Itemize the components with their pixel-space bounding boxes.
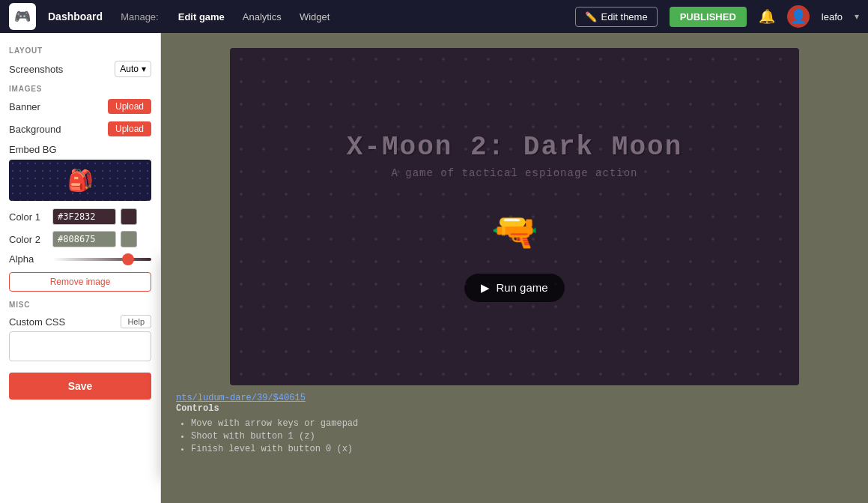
game-content-area: X-Moon 2: Dark Moon A game of tactical e… bbox=[347, 132, 682, 302]
custom-css-row: Custom CSS Help bbox=[9, 315, 151, 328]
header: 🎮 Dashboard Manage: Edit game Analytics … bbox=[0, 0, 868, 33]
background-row: Background Upload bbox=[9, 121, 151, 136]
color1-input[interactable] bbox=[52, 208, 116, 225]
controls-list: Move with arrow keys or gamepad Shoot wi… bbox=[176, 418, 853, 454]
user-menu-chevron-icon[interactable]: ▾ bbox=[855, 11, 859, 22]
avatar-image: 👤 bbox=[790, 8, 807, 25]
game-sprite: 🔫 bbox=[477, 202, 552, 262]
images-section-label: IMAGES bbox=[9, 85, 151, 93]
alpha-row: Alpha bbox=[9, 253, 151, 265]
main-content: X-Moon 2: Dark Moon A game of tactical e… bbox=[161, 33, 868, 503]
logo[interactable]: 🎮 bbox=[9, 3, 36, 30]
controls-label: Controls bbox=[176, 403, 853, 414]
color2-label: Color 2 bbox=[9, 234, 48, 245]
notification-bell-icon[interactable]: 🔔 bbox=[759, 8, 775, 25]
screenshots-row: Screenshots Auto ▾ bbox=[9, 61, 151, 77]
layout-section-label: LAYOUT bbox=[9, 46, 151, 55]
color1-swatch[interactable] bbox=[121, 208, 137, 225]
nav-widget[interactable]: Widget bbox=[292, 8, 337, 25]
color1-row: Color 1 bbox=[9, 208, 151, 225]
control-item-2: Finish level with button 0 (x) bbox=[191, 444, 853, 454]
below-game-area: nts/ludum-dare/39/$40615 Controls Move w… bbox=[161, 385, 868, 464]
screenshots-value: Auto bbox=[120, 64, 139, 74]
avatar[interactable]: 👤 bbox=[787, 5, 810, 28]
logo-icon: 🎮 bbox=[14, 8, 31, 25]
game-link[interactable]: nts/ludum-dare/39/$40615 bbox=[176, 393, 306, 403]
color2-swatch[interactable] bbox=[121, 231, 137, 247]
alpha-label: Alpha bbox=[9, 253, 48, 265]
game-subtitle: A game of tactical espionage action bbox=[391, 167, 637, 179]
dashboard-link[interactable]: Dashboard bbox=[48, 10, 103, 22]
main-nav: Edit game Analytics Widget bbox=[171, 8, 338, 25]
username-label[interactable]: leafo bbox=[822, 11, 843, 22]
sidebar: LAYOUT Screenshots Auto ▾ IMAGES Banner … bbox=[0, 33, 161, 503]
banner-row: Banner Upload bbox=[9, 99, 151, 114]
color2-input[interactable] bbox=[52, 231, 116, 247]
misc-section-label: MISC bbox=[9, 301, 151, 309]
nav-analytics[interactable]: Analytics bbox=[235, 8, 289, 25]
save-button[interactable]: Save bbox=[9, 373, 151, 400]
screenshots-label: Screenshots bbox=[9, 64, 63, 75]
run-game-icon: ▶ bbox=[481, 281, 490, 295]
remove-image-button[interactable]: Remove image bbox=[9, 272, 151, 292]
edit-theme-button[interactable]: ✏️ Edit theme bbox=[575, 7, 658, 27]
custom-css-textarea[interactable] bbox=[9, 331, 151, 361]
screenshots-select[interactable]: Auto ▾ bbox=[115, 61, 151, 77]
game-title: X-Moon 2: Dark Moon bbox=[347, 132, 682, 163]
edit-theme-label: Edit theme bbox=[601, 11, 648, 22]
edit-theme-icon: ✏️ bbox=[585, 11, 597, 22]
color2-row: Color 2 bbox=[9, 231, 151, 247]
background-label: Background bbox=[9, 124, 61, 135]
embed-bg-label: Embed BG bbox=[9, 144, 151, 155]
alpha-slider[interactable] bbox=[52, 258, 151, 261]
control-item-1: Shoot with button 1 (z) bbox=[191, 431, 853, 442]
embed-bg-icon: 🎒 bbox=[67, 168, 94, 193]
game-frame: X-Moon 2: Dark Moon A game of tactical e… bbox=[230, 48, 799, 385]
embed-bg-preview: 🎒 bbox=[9, 160, 151, 201]
screenshots-chevron-icon: ▾ bbox=[142, 64, 146, 74]
background-upload-button[interactable]: Upload bbox=[108, 121, 151, 136]
banner-label: Banner bbox=[9, 101, 40, 112]
custom-css-label: Custom CSS bbox=[9, 316, 65, 328]
control-item-0: Move with arrow keys or gamepad bbox=[191, 418, 853, 429]
published-button[interactable]: PUBLISHED bbox=[670, 7, 747, 27]
nav-edit-game[interactable]: Edit game bbox=[171, 8, 232, 25]
manage-label: Manage: bbox=[121, 11, 159, 22]
main-layout: LAYOUT Screenshots Auto ▾ IMAGES Banner … bbox=[0, 33, 868, 503]
run-game-label: Run game bbox=[496, 281, 547, 294]
run-game-button[interactable]: ▶ Run game bbox=[464, 274, 564, 302]
color1-label: Color 1 bbox=[9, 211, 48, 223]
help-button[interactable]: Help bbox=[121, 315, 151, 328]
banner-upload-button[interactable]: Upload bbox=[108, 99, 151, 114]
